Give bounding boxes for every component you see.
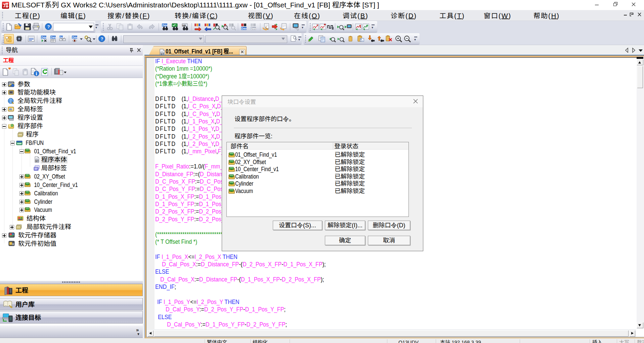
- svg-text:IL: IL: [360, 38, 362, 40]
- svg-text:Dev: Dev: [162, 24, 168, 27]
- svg-text:?: ?: [101, 36, 103, 41]
- svg-text:Dev: Dev: [251, 27, 256, 30]
- svg-text:Dev: Dev: [60, 36, 64, 38]
- svg-text:?: ?: [47, 24, 50, 29]
- svg-text:ST: ST: [36, 160, 38, 162]
- svg-text:Dev: Dev: [41, 36, 47, 39]
- svg-text:Dev: Dev: [51, 36, 56, 39]
- svg-text:HK: HK: [182, 24, 186, 27]
- svg-text:Dev: Dev: [72, 36, 78, 39]
- svg-text:Dev: Dev: [242, 27, 247, 30]
